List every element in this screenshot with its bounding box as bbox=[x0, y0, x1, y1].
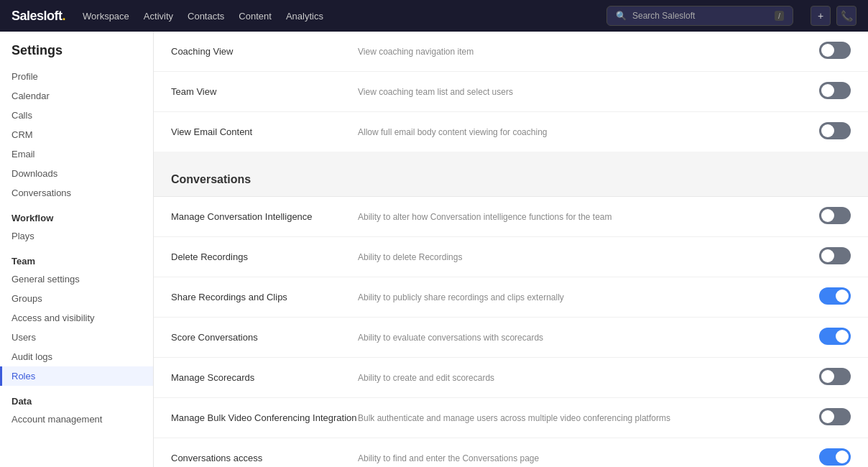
conversations-rows: Manage Conversation Intelligence Ability… bbox=[154, 197, 868, 467]
sidebar-item-general-settings[interactable]: General settings bbox=[0, 269, 153, 289]
sidebar-item-downloads[interactable]: Downloads bbox=[0, 164, 153, 183]
row-label: Score Conversations bbox=[171, 332, 358, 343]
main-content: Coaching View View coaching navigation i… bbox=[154, 32, 868, 467]
phone-button[interactable]: 📞 bbox=[836, 6, 857, 26]
row-label: Conversations access bbox=[171, 453, 358, 463]
view-email-content-toggle[interactable] bbox=[819, 122, 851, 142]
logo: Salesloft. bbox=[11, 9, 65, 24]
row-desc: View coaching team list and select users bbox=[358, 87, 819, 97]
sidebar-workflow-header: Workflow bbox=[0, 205, 153, 226]
sidebar-item-crm[interactable]: CRM bbox=[0, 125, 153, 144]
table-row: Delete Recordings Ability to delete Reco… bbox=[154, 237, 868, 277]
row-label: Manage Scorecards bbox=[171, 372, 358, 383]
table-row: Team View View coaching team list and se… bbox=[154, 72, 868, 112]
row-label: Team View bbox=[171, 86, 358, 97]
table-row: Coaching View View coaching navigation i… bbox=[154, 32, 868, 72]
sidebar-item-profile[interactable]: Profile bbox=[0, 67, 153, 86]
row-desc: Ability to create and edit scorecards bbox=[358, 373, 819, 383]
row-label: Delete Recordings bbox=[171, 251, 358, 262]
row-label: Coaching View bbox=[171, 46, 358, 57]
sidebar-section-data: Data Account management bbox=[0, 389, 153, 429]
coaching-view-toggle[interactable] bbox=[819, 42, 851, 61]
conversations-access-toggle[interactable] bbox=[819, 448, 851, 467]
row-label: Share Recordings and Clips bbox=[171, 292, 358, 302]
search-placeholder: Search Salesloft bbox=[632, 11, 695, 21]
search-bar[interactable]: 🔍 Search Salesloft / bbox=[606, 6, 793, 26]
sidebar-team-header: Team bbox=[0, 249, 153, 269]
sidebar-item-account-management[interactable]: Account management bbox=[0, 410, 153, 429]
row-desc: Ability to alter how Conversation intell… bbox=[358, 212, 819, 222]
search-shortcut: / bbox=[775, 11, 784, 21]
sidebar-item-plays[interactable]: Plays bbox=[0, 226, 153, 246]
table-row: Share Recordings and Clips Ability to pu… bbox=[154, 277, 868, 318]
manage-scorecards-toggle[interactable] bbox=[819, 368, 851, 387]
conversations-section: Conversations Manage Conversation Intell… bbox=[154, 163, 868, 467]
table-row: View Email Content Allow full email body… bbox=[154, 112, 868, 152]
row-desc: Ability to find and enter the Conversati… bbox=[358, 453, 819, 463]
row-desc: Bulk authenticate and manage users acros… bbox=[358, 413, 819, 423]
layout: Settings Profile Calendar Calls CRM Emai… bbox=[0, 32, 868, 467]
row-desc: Ability to delete Recordings bbox=[358, 252, 819, 262]
table-row: Manage Conversation Intelligence Ability… bbox=[154, 197, 868, 237]
table-row: Score Conversations Ability to evaluate … bbox=[154, 318, 868, 358]
manage-convo-intelligence-toggle[interactable] bbox=[819, 207, 851, 226]
sidebar-item-access-visibility[interactable]: Access and visibility bbox=[0, 308, 153, 328]
add-button[interactable]: + bbox=[811, 6, 831, 26]
sidebar-item-roles[interactable]: Roles bbox=[0, 366, 153, 386]
sidebar-item-email[interactable]: Email bbox=[0, 144, 153, 164]
top-navigation: Salesloft. Workspace Activity Contacts C… bbox=[0, 0, 868, 32]
sidebar-item-calendar[interactable]: Calendar bbox=[0, 86, 153, 106]
sidebar: Settings Profile Calendar Calls CRM Emai… bbox=[0, 32, 154, 467]
coaching-rows: Coaching View View coaching navigation i… bbox=[154, 32, 868, 152]
share-recordings-toggle[interactable] bbox=[819, 287, 851, 307]
sidebar-section-team: Team General settings Groups Access and … bbox=[0, 249, 153, 386]
nav-analytics[interactable]: Analytics bbox=[286, 8, 323, 24]
table-row: Manage Scorecards Ability to create and … bbox=[154, 358, 868, 398]
row-label: Manage Bulk Video Conferencing Integrati… bbox=[171, 412, 358, 423]
sidebar-item-calls[interactable]: Calls bbox=[0, 106, 153, 125]
row-label: Manage Conversation Intelligence bbox=[171, 211, 358, 222]
sidebar-section-main: Profile Calendar Calls CRM Email Downloa… bbox=[0, 67, 153, 203]
delete-recordings-toggle[interactable] bbox=[819, 247, 851, 267]
nav-workspace[interactable]: Workspace bbox=[83, 8, 129, 24]
sidebar-item-audit-logs[interactable]: Audit logs bbox=[0, 347, 153, 366]
search-icon: 🔍 bbox=[616, 11, 627, 21]
row-label: View Email Content bbox=[171, 126, 358, 137]
bulk-video-toggle[interactable] bbox=[819, 408, 851, 427]
conversations-heading: Conversations bbox=[154, 163, 868, 197]
nav-content[interactable]: Content bbox=[239, 8, 272, 24]
topnav-actions: + 📞 bbox=[811, 6, 857, 26]
sidebar-item-users[interactable]: Users bbox=[0, 328, 153, 347]
nav-activity[interactable]: Activity bbox=[144, 8, 173, 24]
table-row: Manage Bulk Video Conferencing Integrati… bbox=[154, 398, 868, 438]
sidebar-title: Settings bbox=[0, 43, 153, 67]
row-desc: View coaching navigation item bbox=[358, 47, 819, 57]
nav-contacts[interactable]: Contacts bbox=[188, 8, 224, 24]
table-row: Conversations access Ability to find and… bbox=[154, 438, 868, 467]
team-view-toggle[interactable] bbox=[819, 82, 851, 101]
score-conversations-toggle[interactable] bbox=[819, 328, 851, 347]
sidebar-data-header: Data bbox=[0, 389, 153, 410]
sidebar-item-groups[interactable]: Groups bbox=[0, 289, 153, 308]
sidebar-section-workflow: Workflow Plays bbox=[0, 205, 153, 246]
row-desc: Allow full email body content viewing fo… bbox=[358, 127, 819, 137]
row-desc: Ability to evaluate conversations with s… bbox=[358, 333, 819, 343]
nav-links: Workspace Activity Contacts Content Anal… bbox=[83, 8, 589, 24]
sidebar-item-conversations[interactable]: Conversations bbox=[0, 183, 153, 203]
logo-dot: . bbox=[63, 9, 66, 23]
row-desc: Ability to publicly share recordings and… bbox=[358, 292, 819, 302]
